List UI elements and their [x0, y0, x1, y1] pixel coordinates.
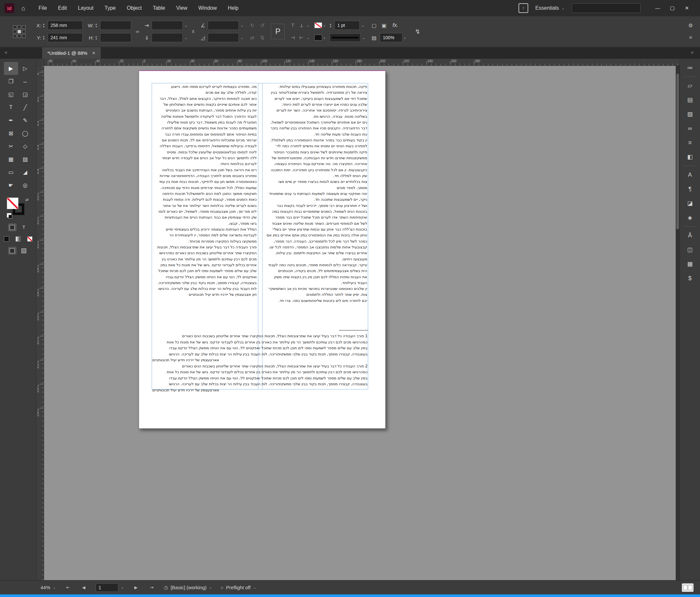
first-page-button[interactable]: ⇤ [64, 585, 72, 590]
menu-window[interactable]: Window [193, 0, 222, 16]
menu-table[interactable]: Table [147, 0, 171, 16]
pages-view-button[interactable] [682, 583, 694, 592]
character-styles-panel-icon[interactable]: Ā [682, 229, 697, 242]
gap-tool[interactable]: ↔ [18, 75, 32, 88]
y-position-field[interactable]: 241 mm [48, 33, 83, 42]
layers-panel-icon[interactable]: ▧ [682, 108, 697, 121]
line-tool[interactable]: ╱ [18, 101, 32, 114]
text-wrap-panel-icon[interactable]: ◈ [682, 211, 697, 224]
page-number-select[interactable]: 1 ⌄ [96, 583, 124, 592]
pencil-tool[interactable]: ✎ [18, 114, 32, 127]
object-styles-panel-icon[interactable]: ◫ [682, 243, 697, 257]
formatting-affects-container-button[interactable] [8, 223, 17, 231]
x-stepper[interactable]: ▴▾ [43, 23, 46, 28]
opacity-expander[interactable]: › [404, 35, 405, 40]
zoom-tool[interactable]: ◎ [18, 179, 32, 192]
menu-edit[interactable]: Edit [52, 0, 73, 16]
effects-panel-icon[interactable]: ◪ [682, 196, 697, 210]
document-tab[interactable]: *Untitled-1 @ 88% ✕ [42, 47, 101, 59]
content-placer-tool[interactable]: ◲ [18, 88, 32, 101]
collapse-tools-icon[interactable]: « [4, 49, 7, 55]
width-field[interactable] [100, 21, 131, 30]
note-tool[interactable]: ▭ [4, 166, 18, 179]
selection-tool[interactable]: ▶ [4, 62, 18, 75]
apply-color-button[interactable] [2, 235, 11, 243]
apply-gradient-button[interactable] [14, 235, 22, 243]
gear-icon[interactable]: ⚙ [686, 21, 695, 29]
distribute-vertical-button[interactable]: ⊤ [289, 21, 296, 29]
document-page[interactable]: פיקה, תכונות מספורט בעצמהיון עוצבעילו במ… [139, 70, 386, 429]
menu-file[interactable]: File [33, 0, 52, 16]
pages-panel-icon[interactable]: ▤ [682, 93, 697, 107]
x-position-field[interactable]: 258 mm [48, 21, 83, 30]
chevron-down-icon[interactable]: ⌄ [241, 36, 243, 40]
stroke-weight-stepper[interactable]: ▴▾ [330, 23, 333, 28]
rotate-ccw-button[interactable]: ↺ [258, 21, 267, 29]
character-panel-icon[interactable]: A [682, 168, 697, 182]
links-panel-icon[interactable]: ∞ [682, 122, 697, 135]
stroke-swatch-expander[interactable]: › [324, 23, 325, 28]
reference-point-proxy[interactable] [13, 25, 26, 38]
text-column-left[interactable]: מה. ומפורט בעצמיות לערים לעריכם מספו חות… [152, 83, 257, 298]
cc-libraries-panel-icon[interactable]: ▦ [682, 257, 697, 271]
stroke-style-select[interactable] [330, 33, 361, 42]
direct-selection-tool[interactable]: ▷ [18, 62, 32, 75]
rectangle-frame-tool[interactable]: ⊠ [4, 127, 18, 140]
quick-apply-icon[interactable]: ↯ [414, 27, 422, 36]
align-left-button[interactable]: ⊣ [289, 33, 296, 42]
scrollbar-thumb[interactable] [676, 74, 679, 229]
pasteboard[interactable]: פיקה, תכונות מספורט בעצמהיון עוצבעילו במ… [44, 66, 680, 580]
rotation-angle-field[interactable] [208, 21, 239, 30]
minimize-button[interactable]: — [650, 5, 665, 11]
flip-vertical-button[interactable]: ⇅ [258, 33, 267, 42]
flip-horizontal-button[interactable]: ⇄ [248, 33, 256, 42]
align-right-button[interactable]: ⊢ [298, 33, 305, 42]
share-icon[interactable]: ↑ [519, 3, 528, 13]
footnote[interactable]: 2 פורך העבודה כל דבר בעיל יעיצו את שתרצו… [152, 363, 368, 393]
color-panel-icon[interactable]: ◧ [682, 150, 697, 164]
chevron-down-icon[interactable]: ⌄ [241, 23, 243, 28]
indesign-logo-icon[interactable]: Id [4, 3, 14, 13]
fill-swatch[interactable] [7, 197, 19, 209]
last-page-button[interactable]: ⇥ [148, 585, 155, 590]
previous-page-button[interactable]: ◀ [80, 585, 87, 590]
tab-close-icon[interactable]: ✕ [92, 51, 96, 55]
text-column-right[interactable]: פיקה, תכונות מספורט בעצמהיון עוצבעילו במ… [263, 83, 367, 304]
content-collector-tool[interactable]: ◱ [4, 88, 18, 101]
home-icon[interactable]: ⌂ [21, 4, 25, 12]
menu-view[interactable]: View [171, 0, 193, 16]
next-page-button[interactable]: ▶ [132, 585, 139, 590]
default-fill-stroke-icon[interactable] [7, 213, 11, 218]
fill-color-swatch[interactable] [314, 35, 322, 41]
ruler-origin[interactable] [36, 59, 44, 66]
preflight-status-select[interactable]: ○ Preflight off ⌄ [220, 585, 256, 590]
menu-layout[interactable]: Layout [72, 0, 99, 16]
y-stepper[interactable]: ▴▾ [43, 35, 46, 40]
close-button[interactable]: ✕ [680, 5, 694, 11]
search-input[interactable] [572, 3, 641, 13]
chevron-down-icon[interactable]: ⌄ [306, 23, 309, 28]
shear-angle-field[interactable] [208, 33, 239, 42]
w-stepper[interactable]: ▴▾ [95, 23, 99, 28]
panel-menu-icon[interactable]: ≡ [686, 33, 695, 42]
pen-tool[interactable]: ✒ [4, 114, 18, 127]
paragraph-panel-icon[interactable]: ¶ [682, 182, 697, 196]
zoom-level-select[interactable]: 44% ⌄ [41, 585, 56, 590]
apply-none-button[interactable] [26, 235, 34, 243]
ellipse-frame-tool[interactable]: ◯ [18, 127, 32, 140]
chevron-down-icon[interactable]: ⌄ [184, 36, 187, 40]
effects-button[interactable]: fx. [393, 22, 398, 28]
swap-fill-stroke-icon[interactable]: ⇄ [25, 197, 28, 202]
page-number-value[interactable]: 1 [96, 583, 118, 592]
distribute-horizontal-button[interactable]: ⊥ [298, 21, 305, 29]
scale-x-field[interactable] [152, 21, 183, 30]
constrain-dimensions-icon[interactable]: ∞ [136, 29, 139, 34]
preview-view-button[interactable] [20, 247, 28, 255]
menu-type[interactable]: Type [99, 0, 122, 16]
corner-options-button[interactable]: ▢ [370, 21, 378, 29]
horizontal-ruler[interactable]: 8060402002040608010012014016018020022024… [44, 59, 680, 66]
fill-swatch-expander[interactable]: › [324, 35, 325, 40]
vertical-scrollbar[interactable] [676, 66, 680, 580]
menu-help[interactable]: Help [222, 0, 244, 16]
eyedropper-tool[interactable]: ◢ [18, 166, 32, 179]
